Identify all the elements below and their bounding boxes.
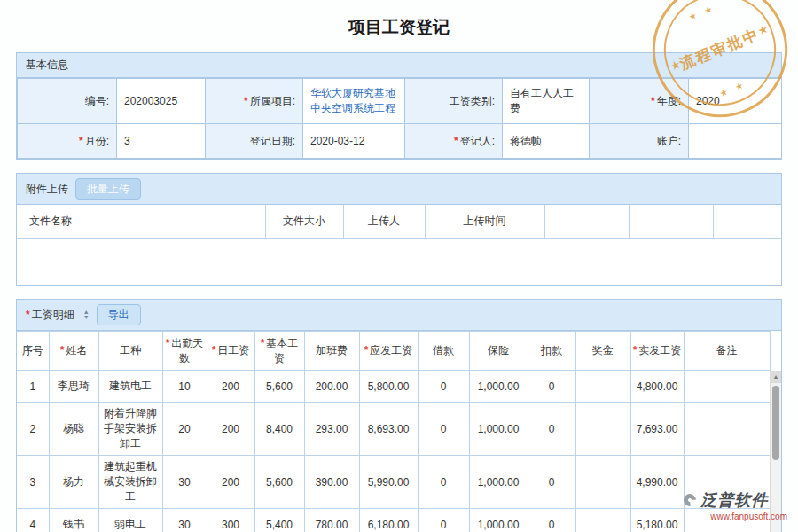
salary-cell: 0 xyxy=(528,403,575,456)
salary-cell: 3 xyxy=(17,456,49,509)
attach-column-header xyxy=(629,205,713,239)
basic-info-row: 编号:202003025*所属项目:华软大厦研究基地中央空调系统工程工资类别:自… xyxy=(18,79,782,124)
salary-cell: 200 xyxy=(207,456,254,509)
salary-column-header: 序号 xyxy=(17,332,49,371)
salary-cell: 200 xyxy=(207,403,254,456)
salary-cell: 7,693.00 xyxy=(630,403,684,456)
salary-cell: 200 xyxy=(207,371,254,403)
salary-cell: 0 xyxy=(528,371,575,403)
salary-column-header: 加班费 xyxy=(304,332,359,371)
field-value xyxy=(689,124,782,159)
salary-column-header: 保险 xyxy=(469,332,528,371)
basic-info-header: 基本信息 xyxy=(17,53,781,78)
basic-info-panel: 基本信息 编号:202003025*所属项目:华软大厦研究基地中央空调系统工程工… xyxy=(16,52,782,160)
field-label: *登记人: xyxy=(405,124,503,159)
required-marker: * xyxy=(212,344,216,356)
sort-arrows-icon[interactable]: ▲▼ xyxy=(83,309,90,320)
salary-column-header: *应发工资 xyxy=(359,332,418,371)
salary-column-header: *实发工资 xyxy=(630,332,684,371)
salary-cell: 4,990.00 xyxy=(630,456,684,509)
attach-column-header: 上传人 xyxy=(343,205,425,239)
salary-cell: 0 xyxy=(418,403,469,456)
salary-column-header: *姓名 xyxy=(49,332,98,371)
required-marker: * xyxy=(79,135,83,147)
scrollbar-thumb[interactable] xyxy=(772,386,779,460)
field-value: 3 xyxy=(117,124,206,159)
salary-detail-panel: *工资明细 ▲▼ 导出 序号*姓名工种*出勤天数*日工资*基本工资加班费*应发工… xyxy=(16,299,782,532)
salary-cell: 5,600 xyxy=(254,456,304,509)
export-button[interactable]: 导出 xyxy=(97,304,141,325)
fanpu-brand-text: 泛普软件 xyxy=(700,489,768,511)
field-label: *月份: xyxy=(18,124,117,159)
required-marker: * xyxy=(26,309,30,321)
salary-cell: 0 xyxy=(418,456,469,509)
field-value: 自有工人人工费 xyxy=(503,79,590,124)
required-marker: * xyxy=(244,95,248,107)
required-marker: * xyxy=(261,337,265,349)
required-marker: * xyxy=(364,344,369,356)
salary-cell xyxy=(684,371,770,403)
attachments-table: 文件名称文件大小上传人上传时间 xyxy=(17,205,781,239)
salary-cell: 0 xyxy=(528,509,575,532)
salary-cell xyxy=(684,403,770,456)
salary-cell: 6,180.00 xyxy=(359,509,418,532)
field-value: 2020 xyxy=(689,79,782,124)
salary-header-row: 序号*姓名工种*出勤天数*日工资*基本工资加班费*应发工资借款保险扣款奖金*实发… xyxy=(17,332,770,371)
salary-table-wrap: 序号*姓名工种*出勤天数*日工资*基本工资加班费*应发工资借款保险扣款奖金*实发… xyxy=(17,331,781,532)
field-label: *所属项目: xyxy=(206,79,303,124)
salary-row: 2杨聪附着升降脚手架安装拆卸工202008,400293.008,693.000… xyxy=(17,403,770,456)
salary-cell: 建筑电工 xyxy=(98,371,162,403)
basic-info-row: *月份:3登记日期:2020-03-12*登记人:蒋德帧账户: xyxy=(18,124,782,159)
scrollbar-up-arrow-icon[interactable]: ▲ xyxy=(771,371,781,383)
salary-cell: 5,800.00 xyxy=(359,371,418,403)
attach-column-header: 文件名称 xyxy=(17,205,265,239)
salary-column-header: *日工资 xyxy=(207,332,254,371)
salary-cell: 1 xyxy=(17,371,49,403)
salary-cell: 293.00 xyxy=(304,403,359,456)
salary-column-header: 工种 xyxy=(98,332,162,371)
salary-cell: 200.00 xyxy=(304,371,359,403)
salary-cell: 4 xyxy=(17,509,49,532)
salary-row: 4钱书弱电工303005,400780.006,180.0001,000.000… xyxy=(17,509,770,532)
salary-cell: 300 xyxy=(207,509,254,532)
field-label: 登记日期: xyxy=(206,124,303,159)
attachments-empty-body xyxy=(17,239,781,285)
attachments-panel: 附件上传 批量上传 文件名称文件大小上传人上传时间 xyxy=(16,173,782,286)
attach-column-header: 上传时间 xyxy=(425,205,544,239)
required-marker: * xyxy=(651,95,655,107)
salary-cell xyxy=(575,456,630,509)
salary-cell: 8,693.00 xyxy=(359,403,418,456)
salary-cell: 钱书 xyxy=(49,509,98,532)
salary-cell: 1,000.00 xyxy=(469,509,528,532)
field-label: 工资类别: xyxy=(405,79,503,124)
salary-cell: 0 xyxy=(418,371,469,403)
field-value: 华软大厦研究基地中央空调系统工程 xyxy=(303,79,405,124)
salary-detail-header: *工资明细 ▲▼ 导出 xyxy=(17,300,781,331)
salary-table: 序号*姓名工种*出勤天数*日工资*基本工资加班费*应发工资借款保险扣款奖金*实发… xyxy=(17,331,771,532)
salary-cell: 8,400 xyxy=(254,403,304,456)
salary-cell: 780.00 xyxy=(304,509,359,532)
project-link[interactable]: 华软大厦研究基地中央空调系统工程 xyxy=(310,87,395,114)
salary-column-header: *基本工资 xyxy=(254,332,304,371)
salary-row: 3杨力建筑起重机械安装拆卸工302005,600390.005,990.0001… xyxy=(17,456,770,509)
salary-cell: 1,000.00 xyxy=(469,456,528,509)
salary-cell: 5,600 xyxy=(254,371,304,403)
required-marker: * xyxy=(454,135,458,147)
salary-column-header: 备注 xyxy=(684,332,770,371)
salary-row: 1李思琦建筑电工102005,600200.005,800.0001,000.0… xyxy=(17,371,770,403)
required-marker: * xyxy=(60,344,65,356)
field-value: 2020-03-12 xyxy=(303,124,405,159)
salary-cell: 30 xyxy=(162,456,207,509)
salary-column-header: *出勤天数 xyxy=(162,332,207,371)
required-marker: * xyxy=(166,337,170,349)
page-title: 项目工资登记 xyxy=(0,0,798,52)
salary-cell: 李思琦 xyxy=(49,371,98,403)
salary-cell xyxy=(575,403,630,456)
salary-cell: 30 xyxy=(162,509,207,532)
salary-column-header: 奖金 xyxy=(575,332,630,371)
batch-upload-button[interactable]: 批量上传 xyxy=(75,178,141,200)
attachments-header-row: 文件名称文件大小上传人上传时间 xyxy=(17,205,781,239)
salary-cell: 5,990.00 xyxy=(359,456,418,509)
salary-cell: 1,000.00 xyxy=(469,403,528,456)
salary-column-header: 借款 xyxy=(418,332,469,371)
